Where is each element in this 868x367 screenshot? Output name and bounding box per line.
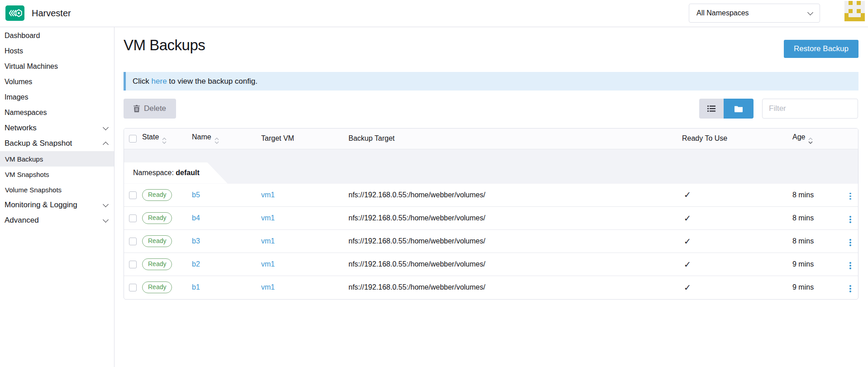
kebab-menu-icon[interactable] [847, 237, 854, 248]
banner-text-suffix: to view the backup config. [167, 77, 258, 86]
target-vm-link[interactable]: vm1 [261, 237, 275, 245]
banner-here-link[interactable]: here [152, 77, 167, 86]
backup-name-link[interactable]: b4 [192, 214, 200, 222]
target-vm-link[interactable]: vm1 [261, 283, 275, 291]
kebab-menu-icon[interactable] [847, 191, 854, 202]
user-avatar[interactable] [844, 1, 865, 21]
column-header-backup-target: Backup Target [348, 129, 682, 149]
column-header-actions [847, 129, 858, 149]
target-vm-link[interactable]: vm1 [261, 214, 275, 222]
checkmark-icon: ✓ [684, 283, 691, 292]
filter-input[interactable] [762, 99, 858, 119]
kebab-menu-icon[interactable] [847, 214, 854, 225]
row-checkbox[interactable] [129, 191, 137, 199]
backup-target-url: nfs://192.168.0.55:/home/webber/volumes/ [348, 283, 485, 291]
status-badge: Ready [142, 189, 172, 201]
row-checkbox[interactable] [129, 238, 137, 245]
sidebar-item-hosts[interactable]: Hosts [0, 43, 114, 59]
page-title: VM Backups [124, 37, 205, 54]
sort-icon-descending [808, 138, 813, 144]
kebab-menu-icon[interactable] [847, 283, 854, 295]
backup-target-url: nfs://192.168.0.55:/home/webber/volumes/ [348, 191, 485, 199]
chevron-down-icon [103, 217, 109, 223]
checkmark-icon: ✓ [684, 237, 691, 246]
harvester-logo-icon[interactable] [5, 5, 24, 21]
column-header-age[interactable]: Age [792, 129, 847, 149]
chevron-down-icon [103, 201, 109, 207]
age-value: 8 mins [792, 237, 814, 245]
target-vm-link[interactable]: vm1 [261, 260, 275, 268]
backup-name-link[interactable]: b5 [192, 191, 200, 199]
sort-icon [215, 138, 219, 144]
column-header-ready-to-use: Ready To Use [682, 129, 792, 149]
namespace-group-row: Namespace: default [124, 149, 858, 184]
main-content: VM Backups Restore Backup Click here to … [115, 27, 868, 367]
sidebar-item-dashboard[interactable]: Dashboard [0, 28, 114, 43]
row-checkbox[interactable] [129, 214, 137, 222]
backup-name-link[interactable]: b2 [192, 260, 200, 268]
vm-backups-table: State Name Target VM Backup Target Ready… [124, 128, 858, 300]
column-header-target-vm: Target VM [261, 129, 348, 149]
view-toggle [699, 99, 754, 119]
checkmark-icon: ✓ [684, 260, 691, 269]
sidebar-item-volumes[interactable]: Volumes [0, 74, 114, 90]
backup-name-link[interactable]: b3 [192, 237, 200, 245]
banner-text-prefix: Click [133, 77, 152, 86]
age-value: 8 mins [792, 214, 814, 222]
column-header-name[interactable]: Name [192, 129, 261, 149]
sidebar-item-vm-backups[interactable]: VM Backups [0, 151, 114, 167]
table-row: Ready b2 vm1 nfs://192.168.0.55:/home/we… [124, 253, 858, 276]
sidebar-item-virtual-machines[interactable]: Virtual Machines [0, 59, 114, 74]
checkmark-icon: ✓ [684, 214, 691, 223]
row-checkbox[interactable] [129, 261, 137, 268]
backup-target-url: nfs://192.168.0.55:/home/webber/volumes/ [348, 214, 485, 222]
row-checkbox[interactable] [129, 284, 137, 291]
select-all-checkbox[interactable] [129, 135, 137, 143]
sidebar-group-advanced[interactable]: Advanced [0, 213, 114, 228]
table-row: Ready b3 vm1 nfs://192.168.0.55:/home/we… [124, 230, 858, 253]
table-row: Ready b5 vm1 nfs://192.168.0.55:/home/we… [124, 184, 858, 207]
sidebar-group-backup-snapshot[interactable]: Backup & Snapshot [0, 136, 114, 151]
backup-name-link[interactable]: b1 [192, 283, 200, 291]
namespace-selector[interactable]: All Namespaces [689, 4, 820, 23]
namespace-selector-value: All Namespaces [696, 9, 749, 17]
app-title: Harvester [32, 0, 71, 27]
sidebar-item-namespaces[interactable]: Namespaces [0, 105, 114, 120]
top-bar: Harvester All Namespaces [0, 0, 868, 27]
sidebar-group-networks[interactable]: Networks [0, 120, 114, 136]
sidebar-item-vm-snapshots[interactable]: VM Snapshots [0, 167, 114, 182]
table-header-row: State Name Target VM Backup Target Ready… [124, 129, 858, 149]
sidebar-item-volume-snapshots[interactable]: Volume Snapshots [0, 182, 114, 197]
chevron-up-icon [103, 142, 109, 148]
backup-target-url: nfs://192.168.0.55:/home/webber/volumes/ [348, 260, 485, 268]
backup-target-url: nfs://192.168.0.55:/home/webber/volumes/ [348, 237, 485, 245]
sidebar-item-images[interactable]: Images [0, 90, 114, 105]
age-value: 9 mins [792, 260, 814, 268]
age-value: 8 mins [792, 191, 814, 199]
table-row: Ready b1 vm1 nfs://192.168.0.55:/home/we… [124, 276, 858, 299]
sidebar: Dashboard Hosts Virtual Machines Volumes… [0, 27, 114, 367]
restore-backup-button[interactable]: Restore Backup [784, 40, 858, 58]
folder-view-icon [734, 105, 743, 112]
list-view-button[interactable] [699, 99, 724, 119]
column-header-state[interactable]: State [142, 129, 192, 149]
namespace-group-tab: Namespace: default [124, 162, 228, 184]
target-vm-link[interactable]: vm1 [261, 191, 275, 199]
list-view-icon [707, 105, 715, 112]
sidebar-group-monitoring-logging[interactable]: Monitoring & Logging [0, 197, 114, 213]
info-banner: Click here to view the backup config. [124, 72, 858, 91]
status-badge: Ready [142, 258, 172, 270]
status-badge: Ready [142, 235, 172, 247]
table-row: Ready b4 vm1 nfs://192.168.0.55:/home/we… [124, 207, 858, 230]
delete-button-label: Delete [144, 104, 166, 113]
grouped-view-button[interactable] [724, 99, 754, 119]
delete-button[interactable]: Delete [124, 99, 176, 119]
kebab-menu-icon[interactable] [847, 260, 854, 272]
age-value: 9 mins [792, 283, 814, 291]
status-badge: Ready [142, 212, 172, 224]
trash-icon [134, 105, 140, 112]
chevron-down-icon [807, 10, 813, 15]
sort-icon [162, 138, 167, 144]
checkmark-icon: ✓ [684, 190, 691, 200]
chevron-down-icon [103, 124, 109, 130]
